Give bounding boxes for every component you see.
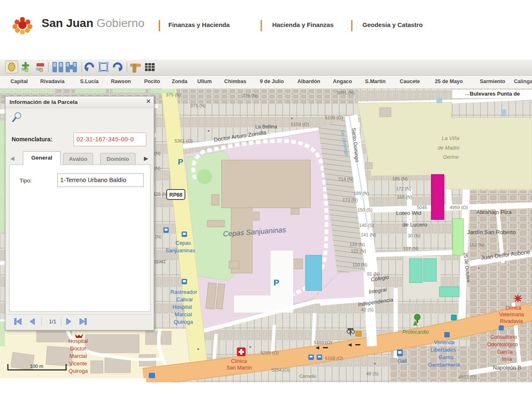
svg-text:Jardín San Roberto: Jardín San Roberto (467, 229, 516, 235)
svg-text:Doctor: Doctor (70, 345, 86, 352)
svg-text:de Madre: de Madre (438, 145, 460, 151)
svg-text:Hospital: Hospital (172, 304, 192, 310)
svg-text:Barrio: Barrio (439, 354, 453, 360)
svg-text:152 (N): 152 (N) (469, 242, 485, 247)
svg-text:Libertades: Libertades (431, 347, 456, 353)
svg-text:49 (S): 49 (S) (366, 371, 379, 376)
svg-text:La Bellina: La Bellina (255, 124, 277, 130)
svg-text:42 (S): 42 (S) (361, 307, 374, 312)
svg-text:Hospital: Hospital (69, 338, 88, 344)
svg-text:1/1: 1/1 (49, 319, 56, 325)
svg-text:5255 (O): 5255 (O) (261, 350, 278, 355)
svg-text:5045: 5045 (417, 205, 427, 210)
svg-text:Quiroga: Quiroga (174, 319, 193, 325)
svg-text:5168 (O): 5168 (O) (325, 356, 343, 361)
svg-text:Odontológico: Odontológico (487, 342, 518, 347)
svg-text:3991 (N): 3991 (N) (337, 90, 355, 95)
svg-text:P: P (178, 158, 183, 166)
svg-text:La Viña: La Viña (442, 135, 459, 141)
svg-text:141 (N): 141 (N) (361, 232, 376, 237)
svg-text:139 (N): 139 (N) (350, 242, 365, 247)
svg-text:172 (N): 172 (N) (396, 186, 411, 191)
svg-text:100 m: 100 m (30, 364, 43, 369)
svg-text:Consultorio: Consultorio (490, 334, 517, 340)
svg-text:145 (S): 145 (S) (359, 223, 374, 228)
svg-text:Cornelio: Cornelio (299, 374, 316, 379)
svg-text:5361 (O): 5361 (O) (175, 138, 192, 143)
svg-text:(N): (N) (154, 151, 160, 156)
svg-text:4922 (O): 4922 (O) (458, 374, 476, 379)
svg-text:Gerine: Gerine (443, 154, 459, 160)
svg-text:(N): (N) (154, 166, 160, 171)
svg-text:Marcial: Marcial (69, 353, 87, 359)
svg-text:Marcial: Marcial (175, 311, 192, 318)
svg-text:30 (N): 30 (N) (408, 233, 421, 238)
svg-text:4959 (O): 4959 (O) (450, 205, 468, 210)
svg-text:428 (N): 428 (N) (153, 192, 168, 197)
svg-text:107 (N): 107 (N) (403, 246, 419, 251)
svg-text:Vivienda: Vivienda (434, 339, 455, 345)
svg-text:375 (N): 375 (N) (242, 93, 258, 98)
svg-text:Napoleón B: Napoleón B (493, 365, 521, 371)
svg-text:110 (N): 110 (N) (352, 262, 367, 267)
svg-text:5183 (O): 5183 (O) (314, 340, 332, 345)
svg-text:RP68: RP68 (169, 192, 182, 198)
svg-text:Quiroga: Quiroga (69, 368, 88, 374)
svg-text:Protecardio: Protecardio (402, 329, 429, 335)
svg-text:5199 (O): 5199 (O) (325, 115, 343, 120)
svg-text:Vicente: Vicente (69, 360, 87, 367)
svg-text:García: García (497, 349, 513, 355)
svg-text:de Lucero: de Lucero (402, 222, 427, 228)
svg-text:185 (N): 185 (N) (392, 176, 408, 181)
svg-text:Gendarmería: Gendarmería (428, 362, 460, 368)
svg-text:375 (N): 375 (N) (166, 92, 181, 97)
svg-text:375 (N): 375 (N) (190, 103, 206, 108)
svg-text:Clínica: Clínica (231, 358, 247, 364)
svg-text:Rastreador: Rastreador (170, 289, 197, 295)
svg-text:214 (N): 214 (N) (338, 177, 354, 182)
svg-text:Abraham Piza: Abraham Piza (476, 209, 512, 215)
svg-text:Sanjuaninas: Sanjuaninas (165, 247, 195, 254)
svg-text:San Martín: San Martín (227, 365, 252, 371)
svg-text:Rivadavia: Rivadavia (500, 318, 523, 324)
svg-text:Cepas: Cepas (175, 240, 191, 246)
svg-text:→Bulevares Punta de: →Bulevares Punta de (464, 91, 520, 97)
svg-text:P: P (273, 278, 279, 287)
svg-text:Loteo Wid: Loteo Wid (396, 210, 421, 216)
svg-text:150 (S): 150 (S) (357, 207, 372, 212)
svg-text:Clínica: Clínica (505, 305, 521, 311)
svg-text:5254 (O): 5254 (O) (271, 367, 289, 372)
svg-text:Insa: Insa (502, 356, 512, 362)
svg-text:173 (N): 173 (N) (342, 197, 358, 202)
svg-text:168 (N): 168 (N) (397, 195, 412, 200)
svg-text:Veterinaria: Veterinaria (499, 312, 524, 318)
svg-text:5159 (O): 5159 (O) (291, 122, 309, 127)
svg-text:122 (N): 122 (N) (351, 249, 366, 254)
svg-text:Calivar: Calivar (176, 296, 193, 303)
svg-text:189 (N): 189 (N) (354, 191, 369, 196)
svg-text:Gall: Gall (397, 358, 407, 364)
